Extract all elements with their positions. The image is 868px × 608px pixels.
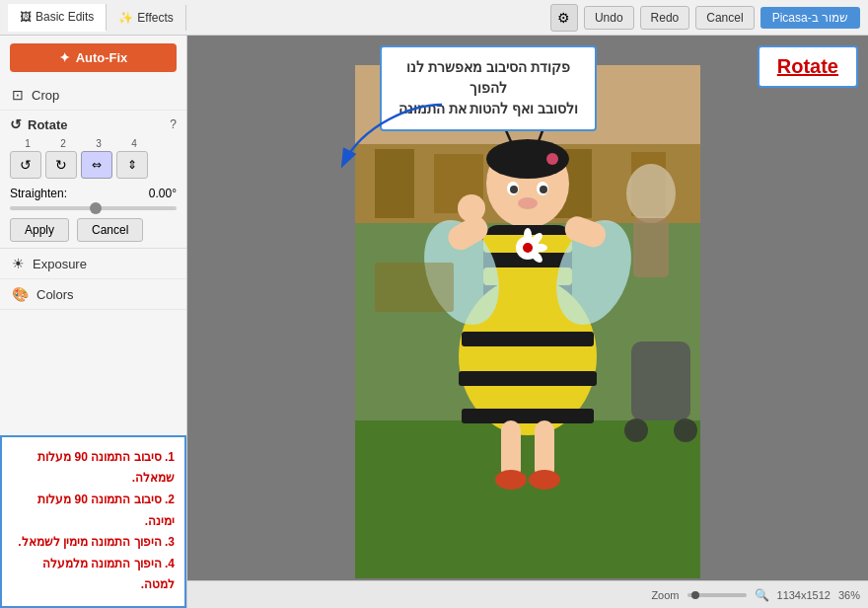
svg-point-20 <box>518 197 538 209</box>
image-area: פקודת הסיבוב מאפשרת לנו להפוךולסובב ואף … <box>187 36 868 608</box>
exposure-label: Exposure <box>33 257 87 271</box>
rotate-title-text: Rotate <box>777 55 838 77</box>
redo-button[interactable]: Redo <box>640 6 690 30</box>
rotate-right-button[interactable]: ↻ <box>45 151 77 179</box>
zoom-percent-display: 36% <box>838 589 860 601</box>
straighten-value: 0.00° <box>149 187 177 200</box>
svg-point-19 <box>540 186 547 193</box>
svg-point-29 <box>534 244 547 252</box>
info-box: 1. סיבוב התמונה 90 מעלות שמאלה. 2. סיבוב… <box>0 435 186 608</box>
svg-rect-4 <box>375 149 414 218</box>
basic-edits-label: Basic Edits <box>36 10 94 24</box>
rotate-title-label: Rotate <box>28 117 67 132</box>
slider-thumb[interactable] <box>90 202 102 214</box>
num-label-1: 1 <box>10 138 45 149</box>
callout-text: פקודת הסיבוב מאפשרת לנו להפוךולסובב ואף … <box>398 59 579 116</box>
colors-icon: 🎨 <box>12 286 29 302</box>
svg-point-43 <box>529 470 560 490</box>
top-toolbar: 🖼 Basic Edits ✨ Effects ⚙ Undo Redo Canc… <box>0 0 868 36</box>
svg-point-15 <box>546 153 558 165</box>
tab-effects[interactable]: ✨ Effects <box>107 5 185 31</box>
autofix-icon: ✦ <box>59 50 70 65</box>
num-label-4: 4 <box>116 138 152 149</box>
dimensions-display: 1134x1512 <box>777 589 831 601</box>
callout-box-top: פקודת הסיבוב מאפשרת לנו להפוךולסובב ואף … <box>380 45 597 131</box>
svg-rect-33 <box>459 371 597 386</box>
svg-point-44 <box>626 164 676 223</box>
flip-horizontal-button[interactable]: ⇔ <box>81 151 112 179</box>
cancel-button[interactable]: Cancel <box>695 6 754 30</box>
info-line-4: 4. היפוך התמונה מלמעלה למטה. <box>12 554 175 596</box>
tab-basic-edits[interactable]: 🖼 Basic Edits <box>8 4 107 32</box>
svg-rect-34 <box>462 409 594 423</box>
svg-point-27 <box>524 228 532 242</box>
rotate-header: ↺ Rotate ? <box>10 116 177 132</box>
slider-track <box>10 206 177 210</box>
num-label-3: 3 <box>81 138 116 149</box>
photo-container <box>355 65 700 578</box>
num-label-2: 2 <box>45 138 81 149</box>
svg-point-48 <box>674 418 697 442</box>
zoom-section: Zoom <box>651 589 679 601</box>
svg-point-39 <box>458 194 485 222</box>
svg-rect-46 <box>631 342 690 420</box>
zoom-thumb[interactable] <box>691 591 699 599</box>
svg-rect-8 <box>355 420 700 578</box>
basic-edits-icon: 🖼 <box>20 10 32 24</box>
info-line-3: 3. היפוך התמונה מימין לשמאל. <box>12 532 175 554</box>
info-line-2: 2. סיבוב התמונה 90 מעלות ימינה. <box>12 490 175 532</box>
zoom-label: Zoom <box>651 589 679 601</box>
sidebar-item-colors[interactable]: 🎨 Colors <box>0 279 186 310</box>
save-picasa-button[interactable]: שמור ב-Picasa <box>760 7 860 29</box>
rotate-buttons-row: ↺ ↻ ⇔ ⇕ <box>10 151 177 179</box>
autofix-label: Auto-Fix <box>76 50 128 65</box>
undo-button[interactable]: Undo <box>584 6 634 30</box>
rotate-left-button[interactable]: ↺ <box>10 151 41 179</box>
zoom-slider[interactable] <box>687 593 747 597</box>
tab-bar: 🖼 Basic Edits ✨ Effects <box>8 4 186 32</box>
apply-cancel-row: Apply Cancel <box>10 218 177 242</box>
sidebar-item-exposure[interactable]: ☀ Exposure <box>0 249 186 279</box>
svg-rect-32 <box>462 332 594 346</box>
crop-label: Crop <box>32 88 59 103</box>
straighten-slider[interactable] <box>10 206 177 210</box>
svg-point-47 <box>624 418 648 442</box>
info-line-1: 1. סיבוב התמונה 90 מעלות שמאלה. <box>12 447 175 490</box>
zoom-search-icon: 🔍 <box>755 588 769 602</box>
rotate-title-row: ↺ Rotate <box>10 116 67 132</box>
photo-bee-child <box>355 65 700 578</box>
sidebar: ✦ Auto-Fix ⊡ Crop ↺ Rotate ? 1 2 3 4 <box>0 36 187 608</box>
status-bar: Zoom 🔍 1134x1512 36% <box>187 580 868 608</box>
exposure-icon: ☀ <box>12 256 25 271</box>
rotate-help-icon[interactable]: ? <box>170 117 177 131</box>
apply-button[interactable]: Apply <box>10 218 69 242</box>
effects-icon: ✨ <box>118 11 133 25</box>
rotate-title-box: Rotate <box>758 45 858 88</box>
rotate-cancel-button[interactable]: Cancel <box>77 218 143 242</box>
svg-point-26 <box>523 243 533 253</box>
main-layout: ✦ Auto-Fix ⊡ Crop ↺ Rotate ? 1 2 3 4 <box>0 36 868 608</box>
colors-label: Colors <box>36 287 74 302</box>
rotate-icon: ↺ <box>10 116 22 132</box>
effects-label: Effects <box>137 11 173 25</box>
svg-point-42 <box>495 470 527 490</box>
straighten-label: Straighten: <box>10 187 67 200</box>
settings-button[interactable]: ⚙ <box>550 4 578 32</box>
straighten-row: Straighten: 0.00° <box>10 187 177 200</box>
rotate-section: ↺ Rotate ? 1 2 3 4 ↺ ↻ ⇔ ⇕ Straight <box>0 111 186 249</box>
svg-rect-45 <box>633 218 669 277</box>
sidebar-item-crop[interactable]: ⊡ Crop <box>0 80 186 111</box>
crop-icon: ⊡ <box>12 87 24 103</box>
svg-rect-49 <box>375 263 454 312</box>
rotate-number-labels: 1 2 3 4 <box>10 138 177 149</box>
flip-vertical-button[interactable]: ⇕ <box>116 151 148 179</box>
autofix-button[interactable]: ✦ Auto-Fix <box>10 43 177 72</box>
svg-point-18 <box>510 186 518 193</box>
